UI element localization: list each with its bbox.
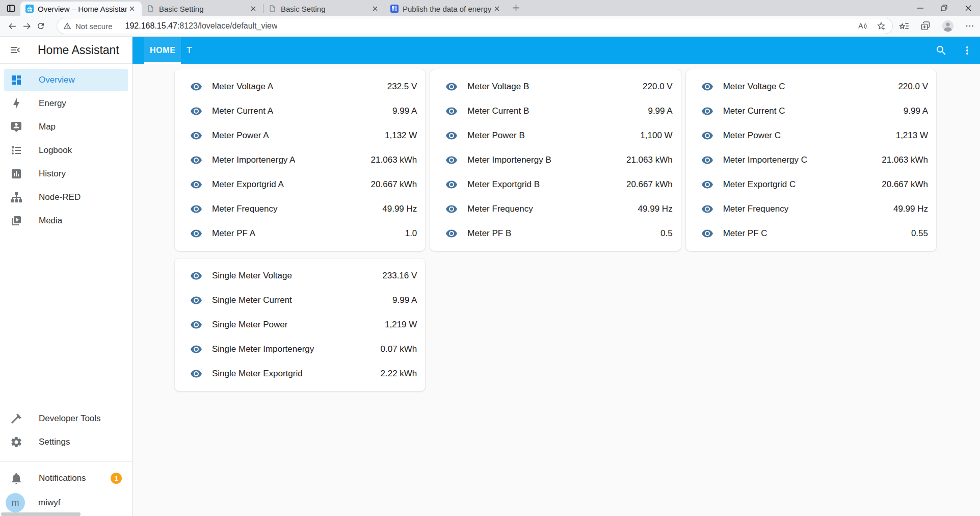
sidebar-item-settings[interactable]: Settings (4, 431, 128, 453)
eye-icon[interactable] (445, 81, 458, 93)
sidebar-item-profile[interactable]: m miwyf (0, 491, 132, 515)
entity-row[interactable]: Meter Current A 9.99 A (175, 99, 425, 123)
eye-icon[interactable] (701, 178, 713, 191)
entity-row[interactable]: Meter Exportgrid B 20.667 kWh (430, 172, 680, 197)
eye-icon[interactable] (445, 105, 458, 117)
browser-tab-overview[interactable]: Overview – Home Assistant (20, 2, 142, 16)
close-window-button[interactable] (956, 0, 980, 16)
entity-row[interactable]: Single Meter Importenergy 0.07 kWh (175, 337, 425, 362)
sidebar-item-map[interactable]: Map (4, 116, 128, 138)
restore-button[interactable] (932, 0, 956, 16)
entity-value: 1,213 W (891, 131, 928, 141)
security-indicator[interactable]: Not secure (63, 22, 113, 31)
entity-row[interactable]: Meter Voltage A 232.5 V (175, 74, 425, 99)
tab-close-icon[interactable] (370, 4, 380, 13)
eye-icon[interactable] (190, 319, 202, 331)
entity-row[interactable]: Meter Importenergy A 21.063 kWh (175, 148, 425, 172)
eye-icon[interactable] (701, 203, 713, 215)
sidebar-toggle-icon[interactable] (9, 44, 21, 56)
eye-icon[interactable] (190, 178, 202, 191)
bell-icon (10, 472, 22, 484)
entity-label: Meter Power A (212, 131, 269, 141)
entity-row[interactable]: Meter Power C 1,213 W (686, 123, 936, 148)
entity-value: 220.0 V (893, 82, 928, 92)
eye-icon[interactable] (701, 81, 713, 93)
eye-icon[interactable] (190, 227, 202, 240)
sidebar-item-energy[interactable]: Energy (4, 92, 128, 115)
horizontal-scrollbar-thumb[interactable] (1, 512, 81, 516)
entity-row[interactable]: Single Meter Exportgrid 2.22 kWh (175, 362, 425, 386)
read-aloud-icon[interactable] (857, 21, 867, 31)
minimize-button[interactable] (908, 0, 932, 16)
eye-icon[interactable] (445, 203, 458, 215)
profile-avatar-icon[interactable] (941, 19, 955, 33)
tab-close-icon[interactable] (127, 4, 137, 13)
eye-icon[interactable] (190, 130, 202, 142)
entity-row[interactable]: Meter Power B 1,100 W (430, 123, 680, 148)
eye-icon[interactable] (190, 203, 202, 215)
dashboard-tab-t[interactable]: T (181, 37, 197, 64)
sidebar-item-logbook[interactable]: Logbook (4, 139, 128, 162)
eye-icon[interactable] (445, 130, 458, 142)
tab-actions-button[interactable] (4, 2, 17, 15)
sidebar-item-developer-tools[interactable]: Developer Tools (4, 407, 128, 430)
browser-tab-basic-setting-1[interactable]: Basic Setting (142, 2, 263, 16)
eye-icon[interactable] (445, 154, 458, 166)
overflow-menu-icon[interactable] (961, 44, 973, 57)
entity-row[interactable]: Meter Frequency 49.99 Hz (175, 197, 425, 221)
entity-row[interactable]: Meter Importenergy B 21.063 kWh (430, 148, 680, 172)
entities-card-meter-c: Meter Voltage C 220.0 V Meter Current C … (685, 69, 937, 251)
search-icon[interactable] (935, 44, 947, 57)
entity-row[interactable]: Meter Current B 9.99 A (430, 99, 680, 123)
entity-row[interactable]: Meter Exportgrid C 20.667 kWh (686, 172, 936, 197)
browser-menu-icon[interactable] (965, 21, 975, 31)
entity-row[interactable]: Meter Voltage C 220.0 V (686, 74, 936, 99)
eye-icon[interactable] (190, 343, 202, 355)
tab-close-icon[interactable] (492, 4, 501, 13)
eye-icon[interactable] (445, 178, 458, 191)
sidebar-item-node-red[interactable]: Node-RED (4, 186, 128, 209)
sidebar-item-overview[interactable]: Overview (4, 69, 128, 91)
forward-button[interactable] (19, 19, 34, 33)
eye-icon[interactable] (190, 105, 202, 117)
add-favorite-star-icon[interactable] (876, 21, 886, 31)
entity-row[interactable]: Meter Importenergy C 21.063 kWh (686, 148, 936, 172)
back-button[interactable] (5, 19, 19, 33)
entity-row[interactable]: Single Meter Power 1,219 W (175, 313, 425, 337)
entity-row[interactable]: Meter PF C 0.55 (686, 221, 936, 246)
eye-icon[interactable] (190, 154, 202, 166)
entity-row[interactable]: Meter Frequency 49.99 Hz (430, 197, 680, 221)
refresh-button[interactable] (34, 19, 48, 33)
entity-row[interactable]: Meter Voltage B 220.0 V (430, 74, 680, 99)
eye-icon[interactable] (701, 105, 713, 117)
eye-icon[interactable] (190, 270, 202, 282)
favorites-bar-icon[interactable] (898, 20, 910, 32)
entity-row[interactable]: Meter PF A 1.0 (175, 221, 425, 246)
entity-row[interactable]: Single Meter Current 9.99 A (175, 288, 425, 313)
eye-icon[interactable] (701, 154, 713, 166)
entity-row[interactable]: Meter Current C 9.99 A (686, 99, 936, 123)
entity-label: Meter PF B (467, 228, 511, 239)
eye-icon[interactable] (701, 227, 713, 240)
tab-close-icon[interactable] (249, 4, 258, 13)
collections-icon[interactable] (920, 20, 931, 32)
browser-tab-publish-energy[interactable]: Publish the data of energy moni (385, 2, 507, 16)
eye-icon[interactable] (190, 294, 202, 306)
entity-row[interactable]: Meter PF B 0.5 (430, 221, 680, 246)
entity-value: 9.99 A (643, 106, 672, 116)
browser-tab-basic-setting-2[interactable]: Basic Setting (263, 2, 385, 16)
entity-row[interactable]: Single Meter Voltage 233.16 V (175, 264, 425, 288)
dashboard-tab-home[interactable]: HOME (144, 37, 181, 64)
sidebar-item-media[interactable]: Media (4, 210, 128, 232)
eye-icon[interactable] (701, 130, 713, 142)
eye-icon[interactable] (445, 227, 458, 240)
eye-icon[interactable] (190, 81, 202, 93)
sidebar-item-history[interactable]: History (4, 163, 128, 185)
eye-icon[interactable] (190, 368, 202, 380)
entity-row[interactable]: Meter Exportgrid A 20.667 kWh (175, 172, 425, 197)
entity-row[interactable]: Meter Frequency 49.99 Hz (686, 197, 936, 221)
entity-row[interactable]: Meter Power A 1,132 W (175, 123, 425, 148)
new-tab-button[interactable] (509, 1, 523, 15)
sidebar-item-notifications[interactable]: Notifications 1 (4, 467, 128, 489)
address-bar[interactable]: Not secure 192.168.15.47:8123/lovelace/d… (57, 18, 892, 34)
